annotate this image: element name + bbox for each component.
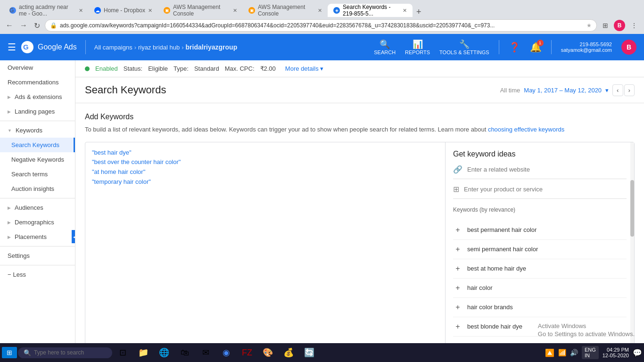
time-display: 04:29 PM bbox=[603, 347, 629, 353]
help-icon[interactable]: ❓ bbox=[509, 41, 520, 53]
sidebar-item-label: Negative Keywords bbox=[11, 156, 64, 163]
extensions-button[interactable]: ⊞ bbox=[600, 21, 611, 30]
keywords-textarea[interactable]: "best hair dye" "best over the counter h… bbox=[92, 148, 438, 308]
keyword-ideas-title: Get keyword ideas bbox=[453, 150, 627, 158]
tab-favicon-dropbox: ☁ bbox=[94, 7, 101, 14]
tab-close-btn[interactable]: ✕ bbox=[233, 8, 237, 14]
url-box[interactable]: 🔒 ads.google.com/aw/keywords?campaignId=… bbox=[45, 19, 597, 32]
taskbar-icon-9[interactable]: 🔄 bbox=[300, 344, 319, 361]
tools-action[interactable]: 🔧 TOOLS & SETTINGS bbox=[439, 39, 489, 55]
ads-header: ☰ G Google Ads All campaigns › riyaz bri… bbox=[0, 34, 644, 60]
website-input[interactable] bbox=[467, 166, 627, 173]
grid-icon: ⊞ bbox=[453, 185, 459, 194]
sidebar-item-overview[interactable]: Overview bbox=[0, 60, 75, 75]
start-button[interactable]: ⊞ bbox=[2, 347, 17, 358]
forward-button[interactable]: → bbox=[18, 20, 29, 31]
sidebar-item-search-terms[interactable]: Search terms bbox=[0, 167, 75, 181]
sidebar-item-keywords[interactable]: Keywords bbox=[0, 123, 75, 138]
add-keyword-btn-4[interactable]: + bbox=[453, 303, 462, 312]
show-desktop-icon[interactable]: 🔼 bbox=[545, 348, 554, 357]
product-input-row: ⊞ bbox=[453, 185, 627, 199]
search-action[interactable]: 🔍 SEARCH bbox=[374, 39, 396, 55]
more-options-button[interactable]: ⋮ bbox=[628, 21, 640, 30]
user-avatar[interactable]: B bbox=[621, 40, 636, 55]
language-indicator[interactable]: ENG IN bbox=[582, 346, 599, 359]
product-input[interactable] bbox=[464, 186, 627, 193]
add-keyword-btn-0[interactable]: + bbox=[453, 225, 462, 235]
more-details-link[interactable]: More details ▾ bbox=[285, 65, 323, 72]
sidebar-item-label: Landing pages bbox=[15, 108, 55, 115]
status-label: Status: bbox=[124, 65, 142, 72]
sidebar-item-label: Search Keywords bbox=[11, 141, 59, 148]
sidebar-item-label: Audiences bbox=[15, 204, 43, 211]
keyword-text-2: best at home hair dye bbox=[467, 265, 526, 272]
tab-aws2[interactable]: ▣ AWS Management Console ✕ bbox=[243, 4, 328, 17]
taskbar-filezilla[interactable]: FZ bbox=[238, 344, 256, 361]
taskbar-chrome[interactable]: ◉ bbox=[217, 344, 236, 361]
main-layout: Overview Recommendations Ads & extension… bbox=[0, 60, 644, 362]
tab-search-keywords[interactable]: ◈ Search Keywords - 219-855-5... ✕ bbox=[328, 4, 413, 17]
sidebar-item-audiences[interactable]: Audiences bbox=[0, 200, 75, 215]
sidebar-item-auction-insights[interactable]: Auction insights bbox=[0, 181, 75, 196]
date-next-button[interactable]: › bbox=[624, 84, 635, 96]
taskbar-store[interactable]: 🛍 bbox=[175, 344, 194, 361]
breadcrumb-campaign[interactable]: riyaz bridal hub bbox=[138, 44, 180, 51]
sidebar-item-recommendations[interactable]: Recommendations bbox=[0, 75, 75, 90]
sidebar-item-placements[interactable]: Placements bbox=[0, 230, 75, 244]
taskbar: ⊞ 🔍 ⊡ 📁 🌐 🛍 ✉ ◉ FZ 🎨 💰 🔄 🔼 📶 🔊 ENG IN 04… bbox=[0, 343, 644, 362]
add-keyword-btn-3[interactable]: + bbox=[453, 283, 462, 293]
tab-aws1[interactable]: ▣ AWS Management Console ✕ bbox=[158, 4, 243, 17]
reload-button[interactable]: ↻ bbox=[32, 20, 42, 31]
tab-acting-academy[interactable]: G acting acadmy near me - Goo... ✕ bbox=[4, 4, 89, 17]
taskbar-task-view[interactable]: ⊡ bbox=[113, 344, 132, 361]
notification-center-icon[interactable]: 💬 bbox=[633, 348, 642, 357]
date-dropdown-icon[interactable]: ▾ bbox=[605, 87, 609, 94]
tab-close-btn[interactable]: ✕ bbox=[79, 8, 83, 14]
tab-close-btn[interactable]: ✕ bbox=[318, 8, 322, 14]
taskbar-search-input[interactable] bbox=[34, 349, 105, 356]
volume-icon[interactable]: 🔊 bbox=[570, 349, 578, 356]
keyword-suggestion-4: + hair color brands bbox=[453, 298, 627, 317]
breadcrumb-all-campaigns[interactable]: All campaigns bbox=[94, 44, 132, 51]
keyword-suggestion-2: + best at home hair dye bbox=[453, 259, 627, 279]
sidebar-item-demographics[interactable]: Demographics bbox=[0, 215, 75, 230]
scrollbar-track[interactable] bbox=[630, 142, 634, 344]
scrollbar-thumb[interactable] bbox=[630, 180, 634, 237]
chevron-down-icon: ▾ bbox=[320, 65, 323, 72]
reports-action[interactable]: 📊 REPORTS bbox=[405, 39, 430, 55]
keyword-text-4: hair color brands bbox=[467, 304, 513, 311]
hamburger-menu-icon[interactable]: ☰ bbox=[8, 41, 16, 53]
date-prev-button[interactable]: ‹ bbox=[612, 84, 623, 96]
add-keyword-btn-2[interactable]: + bbox=[453, 264, 462, 273]
tab-label: Home - Dropbox bbox=[104, 7, 145, 14]
taskbar-search-box[interactable]: 🔍 bbox=[18, 347, 112, 358]
add-keyword-btn-1[interactable]: + bbox=[453, 245, 462, 254]
sidebar-collapse-arrow[interactable]: ◀ bbox=[72, 230, 75, 243]
back-button[interactable]: ← bbox=[4, 20, 15, 31]
sidebar-item-ads-extensions[interactable]: Ads & extensions bbox=[0, 90, 75, 104]
add-keyword-btn-5[interactable]: + bbox=[453, 322, 462, 331]
tab-dropbox[interactable]: ☁ Home - Dropbox ✕ bbox=[89, 4, 158, 17]
date-range-section: All time May 1, 2017 – May 12, 2020 ▾ ‹ … bbox=[500, 84, 635, 96]
taskbar-icon-7[interactable]: 🎨 bbox=[258, 344, 277, 361]
sidebar-less-button[interactable]: − Less bbox=[0, 267, 75, 282]
network-icon[interactable]: 📶 bbox=[558, 349, 566, 356]
taskbar-file-explorer[interactable]: 📁 bbox=[134, 344, 153, 361]
sidebar-item-negative-keywords[interactable]: Negative Keywords bbox=[0, 152, 75, 167]
notifications-icon[interactable]: 🔔 1 bbox=[530, 41, 542, 53]
sidebar-item-search-keywords[interactable]: Search Keywords bbox=[0, 138, 75, 152]
sidebar-item-settings[interactable]: Settings bbox=[0, 248, 75, 263]
taskbar-clock[interactable]: 04:29 PM 12-05-2020 bbox=[603, 347, 629, 358]
tab-close-btn[interactable]: ✕ bbox=[403, 8, 407, 14]
taskbar-edge-browser[interactable]: 🌐 bbox=[155, 344, 173, 361]
max-cpc-value: ₹2.00 bbox=[260, 65, 276, 72]
sidebar-item-landing-pages[interactable]: Landing pages bbox=[0, 104, 75, 119]
tab-close-btn[interactable]: ✕ bbox=[148, 8, 152, 14]
date-range-value[interactable]: May 1, 2017 – May 12, 2020 bbox=[524, 87, 602, 94]
more-details-text: More details bbox=[285, 65, 319, 72]
learn-more-link[interactable]: choosing effective keywords bbox=[488, 126, 564, 133]
profile-button[interactable]: B bbox=[614, 20, 625, 31]
taskbar-icon-8[interactable]: 💰 bbox=[279, 344, 298, 361]
new-tab-button[interactable]: + bbox=[413, 7, 425, 17]
taskbar-mail[interactable]: ✉ bbox=[196, 344, 215, 361]
